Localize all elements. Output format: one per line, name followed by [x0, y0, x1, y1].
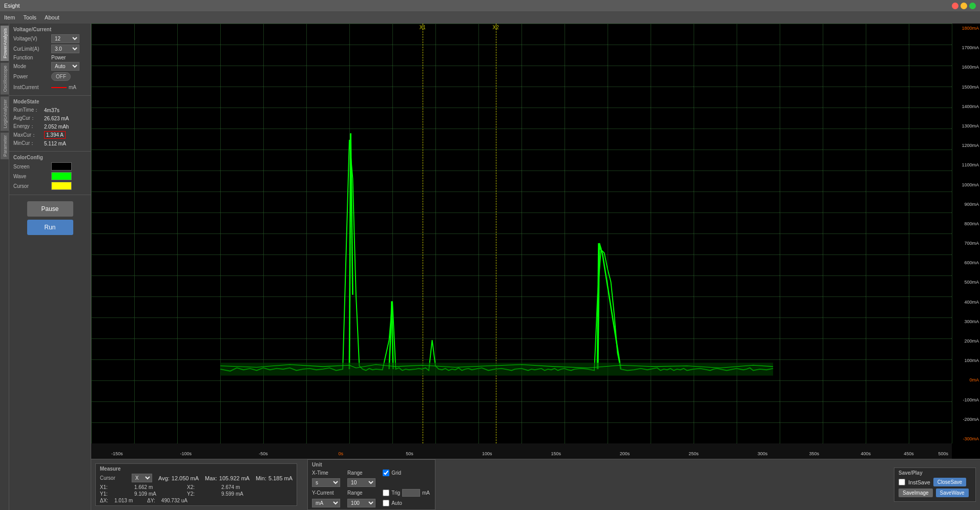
y-current-select[interactable]: mA: [312, 499, 340, 507]
inst-current-row: InstCurrent mA: [13, 82, 87, 92]
runtime-label: RunTime：: [13, 107, 43, 114]
dx-value: [270, 484, 293, 490]
cursor-color-swatch[interactable]: [51, 182, 72, 190]
x-tick-50: 50s: [406, 451, 413, 456]
y-current-label: Y-Current: [312, 490, 341, 496]
trig-value-input[interactable]: [402, 489, 420, 497]
curlimit-select[interactable]: 3.0: [51, 45, 79, 53]
min-label: Min:: [256, 475, 266, 481]
voltage-select[interactable]: 12: [51, 34, 79, 43]
voltage-current-section: Voltage/Current Voltage(V) 12 CurLimit(A…: [9, 24, 91, 96]
y-label-minus100: -100mA: [953, 397, 979, 402]
y-label-800: 800mA: [953, 221, 979, 226]
max-value: 105.922 mA: [219, 475, 249, 481]
scope-canvas[interactable]: X1 X2: [91, 24, 952, 443]
inst-current-indicator: [51, 87, 67, 88]
save-buttons-row: SaveImage SaveWave: [899, 488, 971, 497]
dy-value-2: 490.732 uA: [161, 498, 187, 503]
tab-power-analysis[interactable]: PowerAnalysis: [1, 26, 9, 61]
y1-label: Y1:: [100, 491, 130, 497]
voltage-row: Voltage(V) 12: [13, 34, 87, 43]
tab-oscilloscope[interactable]: OsciIloscope: [1, 63, 9, 95]
x-tick-minus100: -100s: [180, 451, 192, 456]
trig-unit: mA: [422, 490, 430, 496]
trig-checkbox[interactable]: [383, 490, 389, 496]
unit-grid: X-Time Range Grid s 10 Y-Current Range: [312, 470, 431, 507]
cursor-color-label: Cursor: [13, 183, 49, 189]
svg-rect-14: [220, 363, 773, 375]
x-time-label: X-Time: [312, 470, 341, 476]
main-content: PowerAnalysis OsciIloscope LogicAnalyzer…: [0, 24, 980, 510]
inst-save-row: InstSave CloseSave: [899, 478, 971, 486]
grid-checkbox-row: Grid: [383, 470, 431, 476]
mode-select[interactable]: Auto: [51, 62, 79, 71]
wave-color-swatch[interactable]: [51, 172, 72, 180]
grid-checkbox[interactable]: [383, 470, 389, 476]
svg-rect-4: [91, 24, 952, 443]
y-label-1000: 1000mA: [953, 182, 979, 187]
x-tick-100: 100s: [482, 451, 492, 456]
x-tick-0: 0s: [338, 451, 343, 456]
y-label-900: 900mA: [953, 202, 979, 207]
measure-data-grid: X1: 1.662 m X2: 2.674 m Y1: 9.109 mA Y2:…: [100, 484, 293, 497]
trig-label: Trig: [391, 490, 400, 496]
inst-save-label: InstSave: [908, 479, 930, 485]
y-range-label: Range: [347, 490, 377, 496]
x-tick-200: 200s: [620, 451, 630, 456]
y2-label: Y2:: [187, 491, 217, 497]
x2-label: X2:: [187, 484, 217, 490]
close-save-button[interactable]: CloseSave: [933, 478, 966, 486]
svg-line-10: [598, 243, 599, 369]
app-title: Esight: [4, 3, 20, 9]
unit-title: Unit: [312, 462, 431, 468]
tab-parameter[interactable]: Parameter: [1, 133, 9, 159]
avgcur-row: AvgCur： 26.623 mA: [13, 115, 87, 122]
color-config-section: ColorConfig Screen Wave Cursor: [9, 152, 91, 195]
y-range-select[interactable]: 100: [347, 499, 376, 507]
y2-value: 9.599 mA: [221, 491, 266, 497]
y1-value: 9.109 mA: [134, 491, 179, 497]
energy-label: Energy：: [13, 123, 43, 130]
menu-item-about[interactable]: About: [45, 14, 59, 20]
energy-value: 2.052 mAh: [44, 124, 69, 130]
screen-color-swatch[interactable]: [51, 162, 72, 171]
menu-item-tools[interactable]: Tools: [23, 14, 36, 20]
color-config-title: ColorConfig: [13, 155, 87, 160]
x-time-select[interactable]: s: [312, 478, 340, 487]
max-label: Max:: [205, 475, 217, 481]
run-button[interactable]: Run: [27, 220, 73, 235]
mincur-value: 5.112 mA: [44, 141, 66, 146]
function-label: Function: [13, 55, 49, 60]
cursor-label: Cursor: [100, 475, 130, 481]
save-play-box: Save/Play InstSave CloseSave SaveImage S…: [894, 468, 976, 502]
minimize-button[interactable]: [961, 3, 967, 9]
inst-save-checkbox[interactable]: [899, 479, 905, 485]
screen-color-label: Screen: [13, 164, 49, 169]
power-toggle-btn[interactable]: OFF: [51, 72, 71, 81]
close-button[interactable]: [952, 3, 958, 9]
y-label-1100: 1100mA: [953, 162, 979, 167]
traffic-lights: [952, 3, 976, 9]
maximize-button[interactable]: [969, 3, 976, 9]
grid-label: Grid: [391, 470, 401, 476]
curlimit-row: CurLimit(A) 3.0: [13, 45, 87, 53]
x-range-label: Range: [347, 470, 377, 476]
x2-value: 2.674 m: [221, 484, 266, 490]
cursor-select[interactable]: X: [132, 474, 152, 482]
save-image-button[interactable]: SaveImage: [899, 488, 933, 497]
function-value: Power: [51, 55, 66, 60]
pause-button[interactable]: Pause: [27, 201, 73, 217]
min-value: 5.185 mA: [268, 475, 293, 481]
y-label-1500: 1500mA: [953, 84, 979, 90]
save-wave-button[interactable]: SaveWave: [936, 488, 969, 497]
y-label-1800: 1800mA: [953, 26, 979, 31]
auto-checkbox[interactable]: [383, 500, 389, 506]
cursor-color-row: Cursor: [13, 182, 87, 190]
x-tick-minus50: -50s: [259, 451, 268, 456]
menu-item-item[interactable]: Item: [4, 14, 15, 20]
x-tick-minus150: -150s: [111, 451, 123, 456]
measure-cursor-row: Cursor X Avg: 12.050 mA Max: 105.922 mA …: [100, 474, 293, 482]
x-range-select[interactable]: 10: [347, 478, 376, 487]
maxcur-row: MaxCur： 1.394 A: [13, 131, 87, 139]
tab-logic-analyzer[interactable]: LogicAnalyzer: [1, 97, 9, 131]
